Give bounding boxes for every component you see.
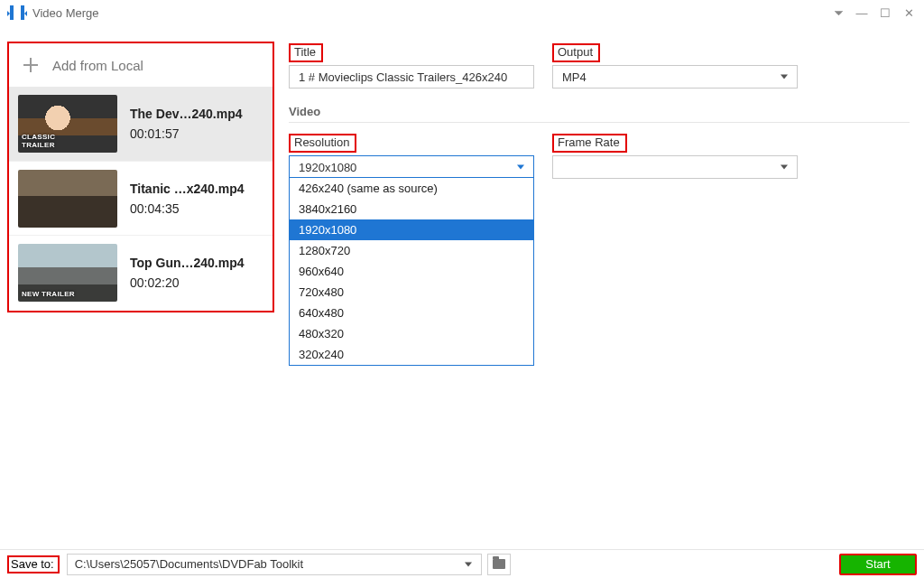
save-to-label: Save to: [7,555,60,573]
plus-icon [22,56,40,74]
resolution-option[interactable]: 720x480 [290,282,533,303]
resolution-option[interactable]: 3840x2160 [290,199,533,219]
close-button[interactable]: ✕ [901,5,917,21]
resolution-select[interactable]: 1920x1080 [289,155,534,179]
resolution-option[interactable]: 426x240 (same as source) [290,178,533,199]
settings-form: Title 1 # Movieclips Classic Trailers_42… [289,42,910,179]
title-label: Title [289,43,323,62]
video-item[interactable]: Titanic …x240.mp400:04:35 [9,161,273,235]
pin-icon[interactable]: ⏷ [830,5,846,21]
browse-folder-button[interactable] [487,554,511,575]
chevron-down-icon [781,165,788,170]
maximize-button[interactable]: ☐ [877,5,893,21]
video-section-header: Video [289,105,910,118]
chevron-down-icon [781,75,788,79]
video-thumbnail [18,170,117,228]
title-bar: Video Merge ⏷ — ☐ ✕ [0,0,924,25]
add-from-local-label: Add from Local [52,58,143,73]
minimize-button[interactable]: — [854,5,870,21]
thumbnail-tag: CLASSICTRAILER [22,133,55,149]
video-duration: 00:02:20 [130,275,245,290]
save-path-input[interactable] [68,557,481,571]
add-from-local-button[interactable]: Add from Local [9,43,273,87]
resolution-option[interactable]: 480x320 [290,323,533,344]
bottom-bar: Save to: Start [0,549,924,578]
framerate-select[interactable] [552,155,798,179]
resolution-option[interactable]: 960x640 [290,261,533,282]
resolution-dropdown[interactable]: 426x240 (same as source)3840x21601920x10… [289,177,534,366]
resolution-option[interactable]: 1920x1080 [290,219,533,240]
title-input[interactable]: 1 # Movieclips Classic Trailers_426x240 [289,65,534,89]
video-duration: 00:01:57 [130,126,243,141]
framerate-label: Frame Rate [552,134,627,153]
chevron-down-icon [465,562,472,566]
video-name: Top Gun…240.mp4 [130,256,245,270]
video-thumbnail: NEW TRAILER [18,244,117,302]
output-label: Output [552,43,600,62]
resolution-label: Resolution [289,134,356,153]
start-button[interactable]: Start [839,554,917,575]
video-item[interactable]: NEW TRAILERTop Gun…240.mp400:02:20 [9,235,273,309]
video-thumbnail: CLASSICTRAILER [18,95,117,153]
video-item[interactable]: CLASSICTRAILERThe Dev…240.mp400:01:57 [9,87,273,161]
merge-icon [7,5,27,21]
video-duration: 00:04:35 [130,201,245,216]
chevron-down-icon [517,165,524,170]
video-name: Titanic …x240.mp4 [130,182,245,196]
output-select[interactable]: MP4 [552,65,798,89]
save-path-field[interactable] [67,554,482,575]
thumbnail-tag: NEW TRAILER [22,290,75,298]
folder-icon [493,559,505,569]
resolution-option[interactable]: 1280x720 [290,240,533,261]
video-list-panel: Add from Local CLASSICTRAILERThe Dev…240… [7,42,274,312]
app-title: Video Merge [32,6,98,20]
resolution-option[interactable]: 320x240 [290,344,533,365]
resolution-option[interactable]: 640x480 [290,303,533,323]
video-name: The Dev…240.mp4 [130,107,243,121]
